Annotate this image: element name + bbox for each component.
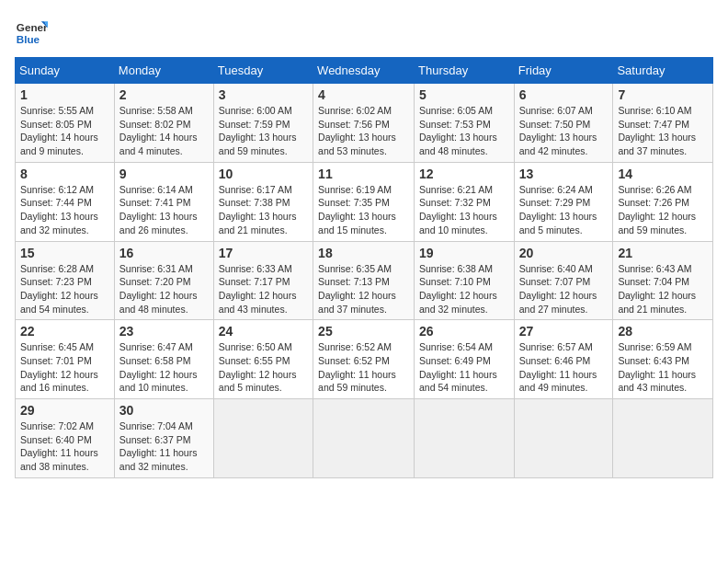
header-sunday: Sunday [16,58,115,84]
day-number: 19 [419,246,509,260]
day-number: 30 [119,403,209,418]
calendar-cell: 29 Sunrise: 7:02 AM Sunset: 6:40 PM Dayl… [16,399,115,478]
day-number: 23 [119,324,209,339]
calendar-cell: 9 Sunrise: 6:14 AM Sunset: 7:41 PM Dayli… [114,162,213,241]
day-info: Sunrise: 6:19 AM Sunset: 7:35 PM Dayligh… [318,183,409,237]
calendar-cell [415,399,515,478]
day-info: Sunrise: 6:17 AM Sunset: 7:38 PM Dayligh… [219,183,308,237]
calendar-cell: 6 Sunrise: 6:07 AM Sunset: 7:50 PM Dayli… [514,84,613,163]
calendar-cell [213,399,313,478]
day-number: 6 [519,87,609,102]
calendar-cell: 16 Sunrise: 6:31 AM Sunset: 7:20 PM Dayl… [114,241,213,320]
calendar-cell: 1 Sunrise: 5:55 AM Sunset: 8:05 PM Dayli… [16,84,115,163]
day-info: Sunrise: 6:02 AM Sunset: 7:56 PM Dayligh… [318,104,409,158]
day-number: 11 [318,167,409,181]
calendar-cell: 21 Sunrise: 6:43 AM Sunset: 7:04 PM Dayl… [613,241,713,320]
day-info: Sunrise: 6:50 AM Sunset: 6:55 PM Dayligh… [219,340,308,395]
day-number: 8 [20,167,109,181]
day-number: 12 [419,167,509,181]
calendar-cell [514,399,613,478]
calendar-week-3: 15 Sunrise: 6:28 AM Sunset: 7:23 PM Dayl… [16,241,713,320]
day-number: 21 [618,246,708,260]
day-number: 18 [318,246,409,260]
calendar-cell: 25 Sunrise: 6:52 AM Sunset: 6:52 PM Dayl… [313,320,415,399]
day-info: Sunrise: 6:28 AM Sunset: 7:23 PM Dayligh… [20,262,109,316]
day-number: 2 [119,87,209,102]
day-number: 1 [20,87,109,102]
calendar-cell: 4 Sunrise: 6:02 AM Sunset: 7:56 PM Dayli… [313,84,415,163]
day-info: Sunrise: 6:47 AM Sunset: 6:58 PM Dayligh… [119,340,209,395]
day-info: Sunrise: 6:21 AM Sunset: 7:32 PM Dayligh… [419,183,509,237]
day-number: 20 [519,246,609,260]
day-info: Sunrise: 6:07 AM Sunset: 7:50 PM Dayligh… [519,104,609,158]
header-wednesday: Wednesday [313,58,415,84]
calendar-cell: 26 Sunrise: 6:54 AM Sunset: 6:49 PM Dayl… [415,320,515,399]
header-monday: Monday [114,58,213,84]
calendar-cell: 22 Sunrise: 6:45 AM Sunset: 7:01 PM Dayl… [16,320,115,399]
calendar-cell: 24 Sunrise: 6:50 AM Sunset: 6:55 PM Dayl… [213,320,313,399]
day-info: Sunrise: 6:12 AM Sunset: 7:44 PM Dayligh… [20,183,109,237]
header-tuesday: Tuesday [213,58,313,84]
day-number: 25 [318,324,409,339]
day-number: 24 [219,324,308,339]
day-info: Sunrise: 6:24 AM Sunset: 7:29 PM Dayligh… [519,183,609,237]
header-saturday: Saturday [613,58,713,84]
day-info: Sunrise: 6:43 AM Sunset: 7:04 PM Dayligh… [618,262,708,316]
day-info: Sunrise: 6:38 AM Sunset: 7:10 PM Dayligh… [419,262,509,316]
calendar-cell: 27 Sunrise: 6:57 AM Sunset: 6:46 PM Dayl… [514,320,613,399]
calendar-cell: 8 Sunrise: 6:12 AM Sunset: 7:44 PM Dayli… [16,162,115,241]
logo-icon: General Blue [15,15,48,48]
day-number: 9 [119,167,209,181]
calendar-cell: 12 Sunrise: 6:21 AM Sunset: 7:32 PM Dayl… [415,162,515,241]
calendar-cell: 23 Sunrise: 6:47 AM Sunset: 6:58 PM Dayl… [114,320,213,399]
calendar-cell [613,399,713,478]
calendar-cell: 14 Sunrise: 6:26 AM Sunset: 7:26 PM Dayl… [613,162,713,241]
svg-text:Blue: Blue [17,33,40,45]
calendar-cell: 15 Sunrise: 6:28 AM Sunset: 7:23 PM Dayl… [16,241,115,320]
calendar-cell: 20 Sunrise: 6:40 AM Sunset: 7:07 PM Dayl… [514,241,613,320]
day-number: 28 [618,324,708,339]
calendar-week-4: 22 Sunrise: 6:45 AM Sunset: 7:01 PM Dayl… [16,320,713,399]
day-info: Sunrise: 5:55 AM Sunset: 8:05 PM Dayligh… [20,104,109,158]
day-number: 7 [618,87,708,102]
day-info: Sunrise: 6:40 AM Sunset: 7:07 PM Dayligh… [519,262,609,316]
calendar-cell: 28 Sunrise: 6:59 AM Sunset: 6:43 PM Dayl… [613,320,713,399]
calendar-cell: 18 Sunrise: 6:35 AM Sunset: 7:13 PM Dayl… [313,241,415,320]
day-number: 29 [20,403,109,418]
calendar-cell: 19 Sunrise: 6:38 AM Sunset: 7:10 PM Dayl… [415,241,515,320]
calendar-table: SundayMondayTuesdayWednesdayThursdayFrid… [15,57,713,478]
day-info: Sunrise: 6:35 AM Sunset: 7:13 PM Dayligh… [318,262,409,316]
calendar-cell: 11 Sunrise: 6:19 AM Sunset: 7:35 PM Dayl… [313,162,415,241]
calendar-cell: 7 Sunrise: 6:10 AM Sunset: 7:47 PM Dayli… [613,84,713,163]
day-info: Sunrise: 6:45 AM Sunset: 7:01 PM Dayligh… [20,340,109,395]
day-number: 26 [419,324,509,339]
day-info: Sunrise: 5:58 AM Sunset: 8:02 PM Dayligh… [119,104,209,158]
day-info: Sunrise: 6:14 AM Sunset: 7:41 PM Dayligh… [119,183,209,237]
day-number: 17 [219,246,308,260]
day-number: 22 [20,324,109,339]
day-number: 5 [419,87,509,102]
day-info: Sunrise: 6:33 AM Sunset: 7:17 PM Dayligh… [219,262,308,316]
header-thursday: Thursday [415,58,515,84]
logo: General Blue [15,15,48,48]
calendar-cell [313,399,415,478]
calendar-cell: 2 Sunrise: 5:58 AM Sunset: 8:02 PM Dayli… [114,84,213,163]
page-header: General Blue [15,15,713,48]
day-number: 4 [318,87,409,102]
day-info: Sunrise: 7:02 AM Sunset: 6:40 PM Dayligh… [20,419,109,474]
day-info: Sunrise: 6:52 AM Sunset: 6:52 PM Dayligh… [318,340,409,395]
day-info: Sunrise: 6:59 AM Sunset: 6:43 PM Dayligh… [618,340,708,395]
calendar-week-2: 8 Sunrise: 6:12 AM Sunset: 7:44 PM Dayli… [16,162,713,241]
calendar-week-1: 1 Sunrise: 5:55 AM Sunset: 8:05 PM Dayli… [16,84,713,163]
day-info: Sunrise: 6:00 AM Sunset: 7:59 PM Dayligh… [219,104,308,158]
calendar-cell: 10 Sunrise: 6:17 AM Sunset: 7:38 PM Dayl… [213,162,313,241]
day-info: Sunrise: 6:57 AM Sunset: 6:46 PM Dayligh… [519,340,609,395]
day-info: Sunrise: 6:54 AM Sunset: 6:49 PM Dayligh… [419,340,509,395]
calendar-cell: 13 Sunrise: 6:24 AM Sunset: 7:29 PM Dayl… [514,162,613,241]
day-info: Sunrise: 6:10 AM Sunset: 7:47 PM Dayligh… [618,104,708,158]
day-info: Sunrise: 7:04 AM Sunset: 6:37 PM Dayligh… [119,419,209,474]
calendar-cell: 3 Sunrise: 6:00 AM Sunset: 7:59 PM Dayli… [213,84,313,163]
day-number: 13 [519,167,609,181]
calendar-cell: 30 Sunrise: 7:04 AM Sunset: 6:37 PM Dayl… [114,399,213,478]
calendar-cell: 5 Sunrise: 6:05 AM Sunset: 7:53 PM Dayli… [415,84,515,163]
